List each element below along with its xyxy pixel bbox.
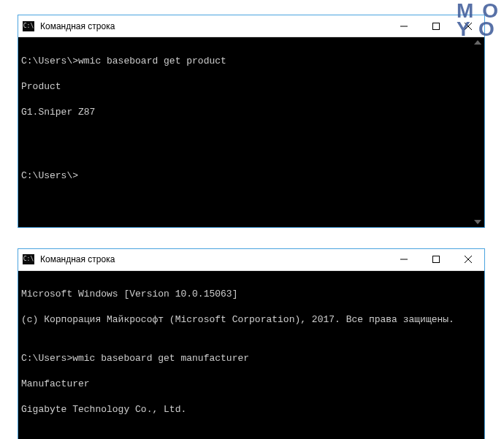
terminal-line: G1.Sniper Z87 xyxy=(21,106,481,119)
close-button[interactable] xyxy=(452,249,484,270)
terminal-line: (c) Корпорация Майкрософт (Microsoft Cor… xyxy=(21,313,481,327)
watermark-logo: M O Y O xyxy=(457,1,500,38)
terminal-line: Manufacturer xyxy=(21,378,481,391)
svg-rect-1 xyxy=(433,23,440,29)
terminal-prompt: C:\Users\> xyxy=(21,169,481,183)
window-title: Командная строка xyxy=(40,21,388,31)
terminal-line: Product xyxy=(21,80,481,93)
minimize-button[interactable] xyxy=(388,249,420,270)
window-title: Командная строка xyxy=(40,254,388,264)
maximize-button[interactable] xyxy=(420,15,452,37)
maximize-button[interactable] xyxy=(420,249,452,270)
window-controls xyxy=(388,249,484,270)
svg-rect-5 xyxy=(433,256,440,263)
minimize-icon xyxy=(400,23,408,30)
terminal-line: C:\Users\>wmic baseboard get product xyxy=(21,55,481,68)
maximize-icon xyxy=(432,256,440,263)
titlebar[interactable]: C:\ Командная строка xyxy=(18,15,484,37)
maximize-icon xyxy=(432,23,440,30)
titlebar[interactable]: C:\ Командная строка xyxy=(18,249,484,271)
minimize-button[interactable] xyxy=(388,15,420,37)
terminal-line: C:\Users>wmic baseboard get manufacturer xyxy=(21,352,481,365)
cmd-icon-glyph: C:\ xyxy=(23,23,34,29)
cmd-icon-glyph: C:\ xyxy=(23,256,34,262)
terminal-line: Gigabyte Technology Co., Ltd. xyxy=(21,403,481,416)
terminal-output[interactable]: Microsoft Windows [Version 10.0.15063] (… xyxy=(18,271,484,439)
cmd-icon: C:\ xyxy=(23,254,34,264)
terminal-line: Microsoft Windows [Version 10.0.15063] xyxy=(21,288,481,301)
scrollbar[interactable] xyxy=(473,40,483,224)
watermark-line2: Y O xyxy=(457,20,500,38)
terminal-blank xyxy=(21,144,481,157)
minimize-icon xyxy=(400,256,408,263)
scroll-up-icon[interactable] xyxy=(474,40,481,45)
cmd-window-product: C:\ Командная строка C:\Users\>wmic base… xyxy=(18,15,485,228)
cmd-window-manufacturer: C:\ Командная строка Microsoft Windows [… xyxy=(18,248,485,439)
terminal-output[interactable]: C:\Users\>wmic baseboard get product Pro… xyxy=(18,37,484,227)
cmd-icon: C:\ xyxy=(23,21,34,31)
close-icon xyxy=(465,256,472,263)
scroll-down-icon[interactable] xyxy=(474,220,481,224)
